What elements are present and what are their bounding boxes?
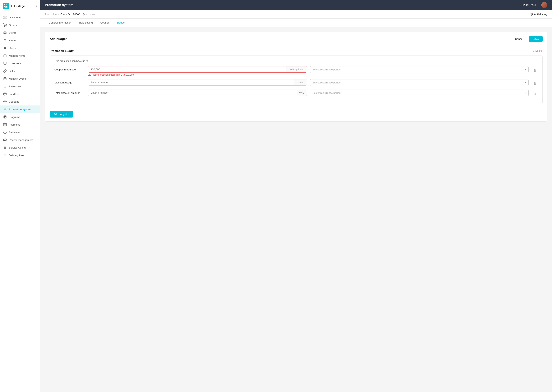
- sidebar-item-label: Review management: [9, 139, 33, 141]
- sidebar-item-label: Payments: [9, 123, 20, 126]
- sidebar-item-label: Programs: [9, 116, 20, 119]
- input-suffix: VND: [297, 90, 307, 96]
- tab-budget[interactable]: Budget: [113, 19, 129, 27]
- cancel-button[interactable]: Cancel: [511, 36, 527, 42]
- sidebar-item-programs[interactable]: Programs: [0, 113, 40, 121]
- delete-row-button[interactable]: [532, 67, 538, 73]
- trash-icon: [533, 82, 536, 85]
- budget-input-group: time(s): [88, 79, 307, 85]
- budget-input[interactable]: [88, 66, 287, 72]
- svg-rect-0: [4, 16, 5, 17]
- sidebar-item-collections[interactable]: Collections: [0, 60, 40, 67]
- trash-icon: [533, 92, 536, 95]
- card-actions: Cancel Save: [511, 36, 543, 42]
- budget-info-text: This promotion can have up to: [54, 60, 538, 63]
- sidebar-item-label: Food Feed: [9, 93, 21, 96]
- sidebar-item-orders[interactable]: Orders: [0, 21, 40, 29]
- megaphone-icon: [3, 107, 7, 111]
- content-area: Promotion › Giảm đến 2000đ một số món Ac…: [40, 10, 552, 392]
- sidebar-item-dashboard[interactable]: Dashboard: [0, 14, 40, 21]
- layers-icon: [3, 62, 7, 65]
- sidebar-item-review-management[interactable]: Review management: [0, 136, 40, 144]
- user-icon: [3, 46, 7, 50]
- sidebar-item-service-config[interactable]: Service Config: [0, 144, 40, 151]
- sidebar-item-promotion-system[interactable]: Promotion system: [0, 105, 40, 113]
- sidebar: BAEMIN LH - stage ‹ Dashboard Orders Sto…: [0, 0, 40, 392]
- sidebar-item-label: Settlement: [9, 131, 21, 134]
- breadcrumb-bar: Promotion › Giảm đến 2000đ một số món Ac…: [40, 10, 552, 19]
- breadcrumb-separator: ›: [58, 13, 59, 15]
- svg-rect-2: [4, 18, 5, 19]
- logo-badge: BAEMIN: [3, 3, 9, 9]
- add-budget-button[interactable]: Add budget ▾: [50, 111, 73, 118]
- tab-general[interactable]: General information: [45, 19, 75, 27]
- budget-row-label: Discount usage: [54, 79, 85, 84]
- budget-box: This promotion can have up to Coupon red…: [50, 56, 543, 104]
- app-name: LH - stage: [11, 4, 25, 8]
- input-with-suffix: VND: [88, 90, 307, 96]
- sidebar-item-links[interactable]: Links: [0, 67, 40, 75]
- avatar-image: [541, 2, 547, 8]
- recurrence-select[interactable]: Select recurrence period: [310, 90, 529, 96]
- budget-input[interactable]: [88, 79, 294, 85]
- breadcrumb: Promotion › Giảm đến 2000đ một số món: [45, 13, 95, 16]
- topbar: Promotion system Hồ Chí Minh ▾: [40, 0, 552, 10]
- main-area: Promotion system Hồ Chí Minh ▾ Promotion…: [40, 0, 552, 392]
- sidebar-item-label: Delivery Area: [9, 154, 24, 157]
- sidebar-item-label: Riders: [9, 39, 16, 42]
- sidebar-item-food-feed[interactable]: Food Feed: [0, 90, 40, 98]
- sidebar-item-label: Links: [9, 70, 15, 73]
- svg-point-4: [4, 26, 5, 27]
- sidebar-item-label: Promotion system: [9, 108, 31, 111]
- breadcrumb-parent[interactable]: Promotion: [45, 13, 57, 16]
- sidebar-item-riders[interactable]: Riders: [0, 36, 40, 44]
- sidebar-item-monthly-events[interactable]: Monthly Events: [0, 75, 40, 83]
- sidebar-logo: BAEMIN LH - stage ‹: [0, 0, 40, 12]
- tab-coupon[interactable]: Coupon: [97, 19, 113, 27]
- activity-log-button[interactable]: Activity log: [530, 13, 547, 16]
- tab-rule[interactable]: Rule setting: [75, 19, 97, 27]
- sidebar-item-label: Manage home: [9, 54, 25, 57]
- rider-icon: [3, 38, 7, 42]
- sidebar-collapse-button[interactable]: ‹: [36, 4, 37, 8]
- recurrence-select[interactable]: Select recurrence period: [310, 66, 529, 73]
- svg-rect-9: [4, 77, 6, 80]
- location-icon: [3, 153, 7, 157]
- delete-row-button[interactable]: [532, 80, 538, 86]
- delete-button[interactable]: Delete: [531, 49, 543, 52]
- error-message: Please enter a number from 0 to 100,000: [88, 73, 307, 76]
- topbar-user[interactable]: Hồ Chí Minh ▾: [522, 2, 547, 8]
- sidebar-item-settlement[interactable]: Settlement: [0, 128, 40, 136]
- delete-row-button[interactable]: [532, 91, 538, 97]
- sidebar-item-payments[interactable]: Payments: [0, 121, 40, 128]
- sidebar-item-label: Coupons: [9, 100, 19, 103]
- sidebar-item-manage-home[interactable]: Manage home: [0, 52, 40, 60]
- section-title-row: Promotion budget Delete: [50, 49, 543, 52]
- activity-log-label: Activity log: [534, 13, 547, 16]
- sidebar-item-coupons[interactable]: Coupons: [0, 98, 40, 105]
- sidebar-item-users[interactable]: Users: [0, 44, 40, 52]
- save-button[interactable]: Save: [529, 36, 543, 42]
- section-title: Promotion budget: [50, 49, 74, 52]
- link-icon: [3, 69, 7, 73]
- budget-input[interactable]: [88, 90, 297, 96]
- svg-rect-19: [3, 123, 7, 126]
- svg-point-7: [4, 47, 6, 48]
- grid-icon: [3, 15, 7, 19]
- page-body: Add budget Cancel Save Promotion budget: [40, 27, 552, 126]
- sidebar-item-label: Collections: [9, 62, 22, 65]
- chevron-down-icon: ▾: [538, 4, 539, 6]
- sidebar-item-stores[interactable]: Stores: [0, 29, 40, 36]
- svg-marker-8: [4, 62, 7, 63]
- sidebar-item-delivery-area[interactable]: Delivery Area: [0, 151, 40, 159]
- svg-rect-18: [4, 116, 6, 118]
- dropdown-arrow-icon: ▾: [68, 113, 69, 115]
- svg-point-27: [5, 154, 5, 155]
- gift-icon: [3, 100, 7, 104]
- trash-icon: [533, 69, 536, 72]
- programs-icon: [3, 115, 7, 119]
- recurrence-select[interactable]: Select recurrence period: [310, 79, 529, 86]
- sidebar-item-events-hub[interactable]: Events Hub: [0, 83, 40, 90]
- svg-point-5: [6, 26, 6, 27]
- input-suffix: redemption(s): [287, 66, 307, 72]
